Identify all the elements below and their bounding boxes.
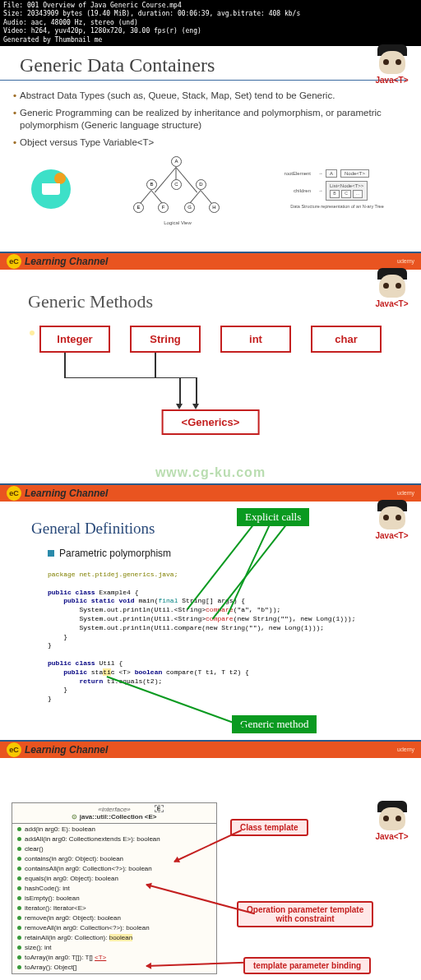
- type-box: String: [130, 326, 201, 353]
- bullet-item: •Generic Programming can be realized by …: [0, 104, 421, 134]
- tree-diagram: A B C D E F G H Logical View: [112, 156, 243, 222]
- uml-method: contains(in arg0: Object): boolean: [12, 854, 216, 864]
- java-pirate-logo: Java<T>: [369, 506, 414, 552]
- meta-audio: Audio: aac, 48000 Hz, stereo (und): [3, 19, 418, 27]
- generics-box: <Generics>: [162, 409, 260, 435]
- type-box: int: [220, 326, 291, 353]
- uml-method: toArray(in arg0: T[]): T[] <T>: [12, 953, 216, 963]
- uml-method: removeAll(in arg0: Collection<?>): boole…: [12, 923, 216, 933]
- callout-template-binding: template parameter binding: [243, 957, 371, 974]
- uml-collection-box: «interface» ⊙ java::util::Collection <E>…: [12, 802, 217, 974]
- slide-generic-data-containers: Java<T> Generic Data Containers •Abstrac…: [0, 46, 421, 252]
- meta-file: File: 001 Overview of Java Generic Cours…: [3, 2, 418, 10]
- callout-generic-method: Generic method: [232, 715, 317, 733]
- video-metadata: File: 001 Overview of Java Generic Cours…: [0, 0, 421, 46]
- slide-collection-uml: Java<T> Class template Operation paramet…: [0, 802, 421, 980]
- java-pirate-logo: Java<T>: [369, 51, 414, 96]
- data-structure-diagram: rootElement → A Node<T> children → List<…: [280, 169, 395, 209]
- subsection: Parametric polymorphism: [0, 548, 421, 559]
- uml-method: clear(): [12, 844, 216, 854]
- slide-generic-methods: Java<T> Generic Methods Integer String i…: [0, 270, 421, 483]
- watermark: www.cg-ku.com: [155, 465, 266, 480]
- channel-bar: eC Learning Channel udemy: [0, 740, 421, 758]
- shopping-cart-icon: [26, 164, 76, 214]
- uml-method: remove(in arg0: Object): boolean: [12, 913, 216, 923]
- uml-method: size(): int: [12, 943, 216, 953]
- slide-title: General Definitions: [0, 502, 421, 548]
- channel-badge-icon: eC: [7, 254, 21, 269]
- callout-class-template: Class template: [230, 819, 308, 836]
- slide-title: Generic Methods: [0, 270, 421, 321]
- highlight-bubble-icon: [30, 331, 35, 335]
- uml-method: addAll(in arg0: Collectionextends E>): b…: [12, 834, 216, 844]
- channel-label: Learning Channel: [25, 256, 108, 267]
- channel-platform: udemy: [397, 258, 414, 264]
- slide-title: Generic Data Containers: [0, 46, 406, 81]
- callout-explicit: Explicit calls: [237, 508, 309, 526]
- flow-diagram: <Generics>: [16, 353, 405, 435]
- uml-method: retainAll(in arg0: Collection): boolean: [12, 933, 216, 943]
- uml-method: containsAll(in arg0: Collection<?>): boo…: [12, 864, 216, 874]
- uml-method: add(in arg0: E): boolean: [12, 825, 216, 834]
- meta-generator: Generated by Thumbnail me: [3, 36, 418, 44]
- callout-op-param-constraint: Operation parameter template with constr…: [237, 901, 373, 927]
- bullet-item: •Abstract Data Types (such as, Queue, St…: [0, 87, 421, 104]
- slide-general-definitions: Java<T> General Definitions Explicit cal…: [0, 502, 421, 740]
- uml-method: toArray(): Object[]: [12, 963, 216, 973]
- meta-video: Video: h264, yuv420p, 1280x720, 30.00 fp…: [3, 27, 418, 35]
- uml-method: hashCode(): int: [12, 884, 216, 894]
- uml-method: isEmpty(): boolean: [12, 894, 216, 904]
- logo-text: Java<T>: [369, 76, 414, 85]
- java-pirate-logo: Java<T>: [369, 275, 414, 320]
- uml-method: equals(in arg0: Object): boolean: [12, 874, 216, 884]
- type-box: char: [311, 326, 382, 353]
- channel-bar: eC Learning Channel udemy: [0, 252, 421, 270]
- bullet-item: •Object versus Type Variable<T>: [0, 134, 421, 151]
- meta-size: Size: 20343909 bytes (19.40 MiB), durati…: [3, 10, 418, 18]
- code-block: package net.ptidej.generics.java; public…: [0, 571, 421, 704]
- type-boxes-row: Integer String int char: [0, 326, 421, 353]
- channel-bar: eC Learning Channel udemy: [0, 483, 421, 502]
- uml-method: iterator(): Iterator<E>: [12, 904, 216, 913]
- type-box: Integer: [39, 326, 110, 353]
